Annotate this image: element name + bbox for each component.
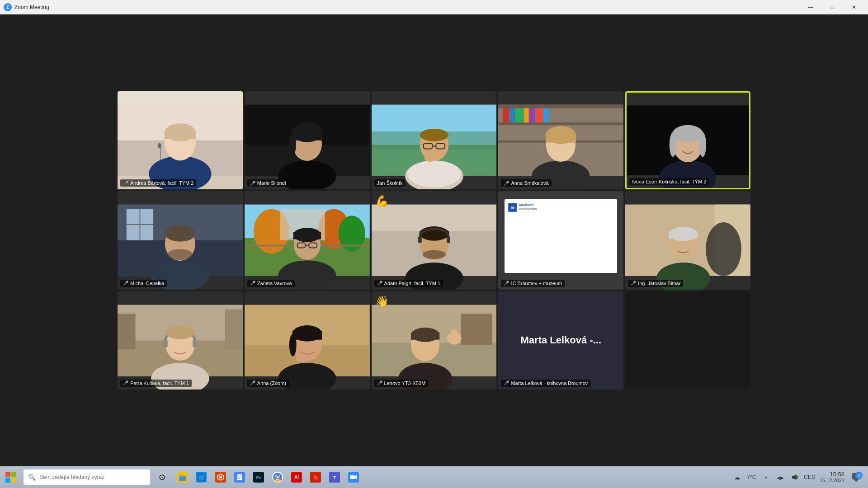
svg-point-46 (670, 132, 676, 157)
marie-video (245, 91, 370, 189)
jan-label: Jan Školník (374, 179, 406, 187)
svg-rect-35 (536, 108, 543, 122)
adam-video (372, 191, 497, 289)
svg-rect-32 (516, 108, 524, 122)
svg-rect-117 (179, 475, 183, 477)
windows-logo (5, 472, 16, 483)
svg-point-55 (165, 225, 195, 242)
participant-petra[interactable]: 🎤 Petra Kultová, facil. TÝM 1 (118, 291, 243, 389)
zoom-taskbar-icon[interactable] (344, 468, 363, 486)
close-button[interactable]: ✕ (844, 0, 864, 14)
show-hidden-icons[interactable]: ∧ (760, 471, 772, 483)
svg-rect-36 (543, 108, 549, 122)
petra-label: 🎤 Petra Kultová, facil. TÝM 1 (120, 380, 192, 387)
participant-ic[interactable]: 🏛 Muzeum Broumovsko 🎤 IC Broumov + muzeu… (498, 191, 623, 289)
svg-text:🏛: 🏛 (511, 206, 515, 210)
svg-rect-40 (546, 134, 576, 143)
participant-jan[interactable]: Jan Školník (372, 91, 497, 189)
notification-icon[interactable]: 3 (848, 469, 864, 485)
participant-ivona[interactable]: Ivona Ester Kolinska, facil. TÝM 2 (625, 91, 750, 189)
ic-screen: 🏛 Muzeum Broumovsko (505, 199, 617, 273)
search-input[interactable] (39, 474, 146, 480)
participant-michal[interactable]: 🎤 Michal Cepelka (118, 191, 243, 289)
anna-s-label: 🎤 Anna Smékalová (501, 179, 551, 187)
taskbar-search[interactable]: 🔍 (24, 469, 150, 485)
language-display[interactable]: CES (803, 474, 816, 480)
svg-rect-95 (164, 340, 168, 347)
chrome-icon[interactable] (269, 468, 287, 486)
title-bar-title: Zoom Meeting (14, 4, 49, 10)
volume-icon[interactable] (788, 471, 801, 483)
red-app-icon[interactable]: 🔴 (307, 468, 325, 486)
clock[interactable]: 15:58 15.12.2021 (818, 471, 846, 484)
title-bar: Z Zoom Meeting — □ ✕ (0, 0, 868, 14)
participant-lenovo[interactable]: 👋 🎤 Lenovo YT3-X50M (372, 291, 497, 389)
svg-rect-28 (498, 122, 623, 125)
time-display: 15:58 (820, 471, 844, 478)
svg-rect-13 (292, 129, 322, 141)
svg-rect-79 (447, 237, 450, 243)
notification-count: 3 (855, 472, 863, 479)
temperature-display: 7°C (745, 471, 758, 483)
teams-icon[interactable]: T (326, 468, 344, 486)
network-icon[interactable] (774, 471, 787, 483)
participant-anna-s[interactable]: 🎤 Anna Smékalová (498, 91, 623, 189)
participant-andrea[interactable]: 🎤 Andrea Bártová, facil. TÝM 2 (118, 91, 243, 189)
jaroslav-video (625, 191, 750, 289)
google-docs-icon[interactable] (231, 468, 249, 486)
anna2-video (245, 291, 370, 389)
svg-rect-108 (461, 314, 492, 345)
adam-label: 🎤 Adam Pajgrt, facil. TÝM 1 (374, 280, 443, 287)
svg-rect-70 (293, 232, 321, 239)
michal-mic-icon: 🎤 (123, 281, 128, 286)
acrobat-icon[interactable]: Ai (288, 468, 306, 486)
office-icon[interactable] (212, 468, 230, 486)
petra-mic-icon: 🎤 (123, 380, 128, 385)
svg-text:T: T (333, 475, 336, 480)
anna-s-mic-icon: 🎤 (504, 181, 509, 186)
maximize-button[interactable]: □ (822, 0, 843, 14)
svg-point-122 (219, 476, 222, 479)
lenovo-label: 🎤 Lenovo YT3-X50M (374, 380, 429, 387)
microsoft-store-icon[interactable]: 🛒 (193, 468, 211, 486)
anna2-label: 🎤 Anna (Zoom) (247, 380, 289, 387)
svg-point-14 (289, 134, 296, 156)
title-bar-left: Z Zoom Meeting (4, 3, 49, 11)
svg-point-134 (277, 476, 279, 479)
svg-point-84 (706, 222, 741, 276)
participant-jaroslav[interactable]: 🎤 Ing. Jaroslav Bitnar (625, 191, 750, 289)
marie-mic-icon: 🎤 (250, 181, 255, 186)
svg-text:🔴: 🔴 (313, 475, 319, 480)
ic-logo: 🏛 Muzeum Broumovsko (508, 203, 537, 212)
title-bar-controls: — □ ✕ (800, 0, 864, 14)
participant-anna2[interactable]: 🎤 Anna (Zoom) (245, 291, 370, 389)
cloud-icon[interactable]: ☁ (731, 471, 743, 483)
taskbar-apps: 🛒 (174, 468, 363, 486)
svg-point-25 (424, 155, 435, 162)
svg-rect-96 (193, 340, 197, 347)
task-view-button[interactable]: ⊙ (154, 469, 170, 485)
svg-point-104 (289, 333, 297, 356)
participant-zaneta[interactable]: 🎤 Zaneta Vavrova (245, 191, 370, 289)
participant-marie[interactable]: 🎤 Marie Silondi (245, 91, 370, 189)
svg-point-97 (165, 326, 195, 339)
taskbar: 🔍 ⊙ 🛒 (0, 466, 868, 488)
ivona-video (627, 93, 749, 188)
svg-point-7 (158, 143, 161, 149)
jaroslav-label: 🎤 Ing. Jaroslav Bitnar (628, 280, 683, 287)
start-button[interactable] (0, 466, 22, 488)
svg-text:Ps: Ps (256, 475, 261, 480)
search-icon: 🔍 (28, 474, 36, 481)
zaneta-mic-icon: 🎤 (250, 281, 255, 286)
svg-rect-92 (225, 309, 243, 349)
zaneta-video (245, 191, 370, 289)
svg-point-144 (780, 479, 781, 480)
file-explorer-icon[interactable] (174, 468, 192, 486)
participant-marta[interactable]: Marta Lelková -... 🎤 Marta Lelková - kni… (498, 291, 623, 389)
jaroslav-mic-icon: 🎤 (631, 281, 636, 286)
svg-text:Ai: Ai (294, 475, 299, 480)
lenovo-emoji: 👋 (375, 295, 389, 308)
photoshop-icon[interactable]: Ps (250, 468, 268, 486)
participant-adam[interactable]: 💪 🎤 Adam Pajgrt, facil. TÝM 1 (372, 191, 497, 289)
minimize-button[interactable]: — (800, 0, 821, 14)
